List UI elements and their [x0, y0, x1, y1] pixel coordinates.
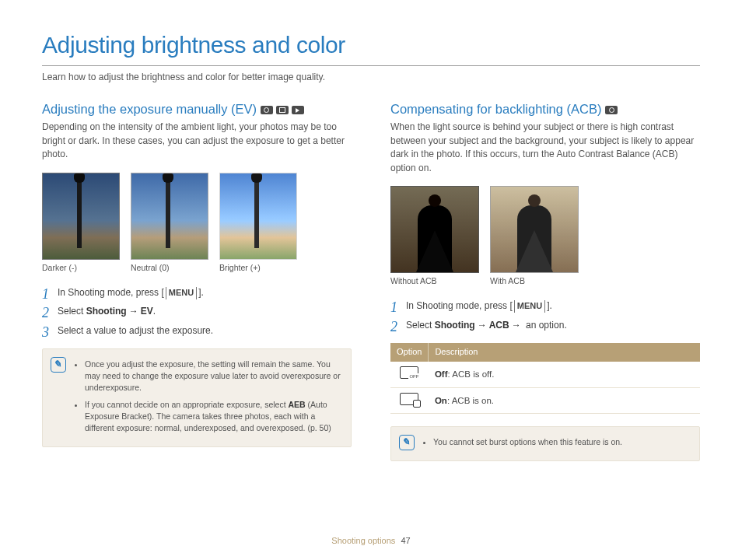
- arrow-icon: →: [127, 306, 141, 317]
- ev-note-box: ✎ Once you adjust the exposure, the sett…: [42, 348, 352, 447]
- ev-step2-ev: EV: [141, 306, 153, 317]
- ev-step-2: Select Shooting→EV.: [42, 305, 352, 318]
- section-heading-acb: Compensating for backlighting (ACB): [390, 101, 700, 117]
- menu-key: MENU: [514, 300, 545, 313]
- ev-image-row: Darker (-) Neutral (0) Brighter (+): [42, 173, 352, 274]
- ev-step2-pre: Select: [58, 306, 86, 317]
- camera-icon: [605, 106, 618, 114]
- option-off-desc: Off: ACB is off.: [429, 362, 700, 387]
- acb-photo-without: [390, 186, 479, 273]
- option-on-icon-cell: [390, 387, 429, 414]
- page-number: 47: [401, 536, 410, 545]
- ev-step-1: In Shooting mode, press [MENU].: [42, 286, 352, 299]
- acb-note-1: You cannot set burst options when this f…: [433, 436, 622, 448]
- ev-photo-neutral: [131, 173, 208, 260]
- column-left: Adjusting the exposure manually (EV) Dep…: [42, 101, 352, 462]
- opt-off-label: Off: [435, 369, 448, 379]
- mode-icons-acb: [605, 106, 618, 114]
- ev-note2-pre: If you cannot decide on an appropriate e…: [85, 400, 289, 409]
- acb-note-list: You cannot set burst options when this f…: [422, 435, 622, 453]
- ev-image-neutral: Neutral (0): [131, 173, 208, 274]
- acb-step2-pre: Select: [406, 320, 435, 331]
- dual-icon: [276, 106, 289, 114]
- ev-steps: In Shooting mode, press [MENU]. Select S…: [42, 286, 352, 338]
- footer-section-label: Shooting options: [331, 536, 395, 545]
- caption-with-acb: With ACB: [490, 275, 579, 287]
- opt-on-text: : ACB is on.: [447, 396, 494, 405]
- acb-step-2: Select Shooting→ACB→ an option.: [390, 319, 700, 332]
- option-off-icon-cell: [390, 362, 429, 387]
- ev-photo-darker: [42, 173, 120, 260]
- caption-neutral: Neutral (0): [131, 262, 208, 274]
- acb-step2-shooting: Shooting: [435, 320, 475, 331]
- ev-step1-pre: In Shooting mode, press [: [58, 287, 164, 298]
- page-footer: Shooting options 47: [0, 535, 742, 548]
- acb-step-1: In Shooting mode, press [MENU].: [390, 299, 700, 313]
- title-rule: [42, 65, 700, 66]
- acb-image-with: With ACB: [490, 186, 579, 287]
- option-on-desc: On: ACB is on.: [429, 387, 700, 414]
- page-title: Adjusting brightness and color: [42, 28, 700, 65]
- video-icon: [292, 106, 304, 114]
- acb-step1-pre: In Shooting mode, press [: [406, 300, 513, 311]
- caption-without-acb: Without ACB: [390, 275, 479, 287]
- table-header-row: Option Description: [390, 343, 700, 362]
- section-heading-acb-text: Compensating for backlighting (ACB): [390, 102, 601, 116]
- acb-image-without: Without ACB: [390, 186, 479, 287]
- arrow-icon: →: [509, 320, 523, 331]
- acb-step2-acb: ACB: [489, 320, 509, 331]
- acb-off-icon: [400, 366, 418, 379]
- caption-brighter: Brighter (+): [219, 262, 297, 274]
- ev-step1-post: ].: [198, 287, 204, 298]
- acb-on-icon: [400, 393, 418, 405]
- acb-options-table: Option Description Off: ACB is off. On: …: [390, 343, 700, 414]
- ev-step2-post: .: [153, 306, 156, 317]
- opt-on-label: On: [435, 396, 447, 405]
- ev-note2-aeb: AEB: [289, 400, 306, 409]
- opt-off-text: : ACB is off.: [448, 369, 495, 379]
- ev-step-3: Select a value to adjust the exposure.: [42, 324, 352, 338]
- table-row: Off: ACB is off.: [390, 362, 700, 387]
- th-description: Description: [429, 343, 700, 362]
- ev-note-list: Once you adjust the exposure, the settin…: [74, 357, 341, 439]
- ev-image-brighter: Brighter (+): [219, 173, 297, 274]
- acb-image-row: Without ACB With ACB: [390, 186, 700, 287]
- caption-darker: Darker (-): [42, 262, 120, 274]
- note-icon: ✎: [51, 357, 66, 373]
- section-heading-ev-text: Adjusting the exposure manually (EV): [42, 102, 257, 116]
- ev-image-darker: Darker (-): [42, 173, 120, 274]
- ev-step2-shooting: Shooting: [86, 306, 127, 317]
- acb-step1-post: ].: [547, 300, 552, 311]
- table-row: On: ACB is on.: [390, 387, 700, 414]
- section-heading-ev: Adjusting the exposure manually (EV): [42, 101, 352, 117]
- page-subtitle: Learn how to adjust the brightness and c…: [42, 71, 700, 84]
- camera-icon: [261, 106, 273, 114]
- arrow-icon: →: [475, 320, 489, 331]
- th-option: Option: [390, 343, 429, 362]
- content-columns: Adjusting the exposure manually (EV) Dep…: [42, 101, 700, 462]
- column-right: Compensating for backlighting (ACB) When…: [390, 101, 700, 462]
- note-icon: ✎: [399, 435, 415, 450]
- ev-body-text: Depending on the intensity of the ambien…: [42, 121, 352, 161]
- acb-body-text: When the light source is behind your sub…: [390, 121, 700, 175]
- ev-photo-brighter: [219, 173, 297, 260]
- ev-note-1: Once you adjust the exposure, the settin…: [85, 359, 341, 394]
- mode-icons-ev: [261, 106, 304, 114]
- ev-note-2: If you cannot decide on an appropriate e…: [85, 399, 341, 435]
- acb-photo-with: [490, 186, 579, 273]
- acb-note-box: ✎ You cannot set burst options when this…: [390, 426, 700, 461]
- acb-step2-post: an option.: [523, 320, 567, 331]
- acb-steps: In Shooting mode, press [MENU]. Select S…: [390, 299, 700, 332]
- menu-key: MENU: [166, 287, 197, 299]
